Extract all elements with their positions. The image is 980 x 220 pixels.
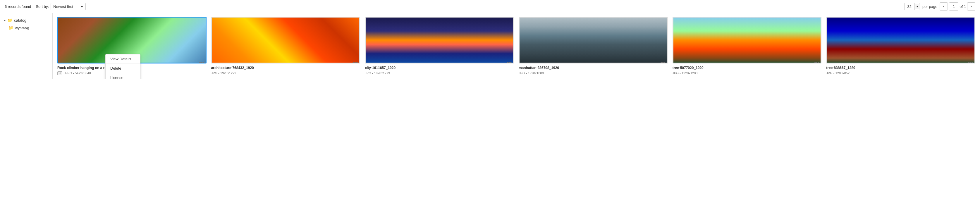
per-page-dropdown-arrow[interactable]: ▾ xyxy=(915,4,920,10)
top-bar-left: 6 records found Sort by: Newest first ▾ xyxy=(5,3,86,10)
context-menu-view-details[interactable]: View Details xyxy=(106,54,140,64)
pagination: ‹ of 1 › xyxy=(940,2,975,11)
per-page-select[interactable]: 32 ▾ xyxy=(904,3,920,10)
item-title-2: city-1611657_1920 xyxy=(365,66,508,70)
image-container-5 xyxy=(826,17,975,64)
image-2 xyxy=(366,18,513,62)
image-container-1 xyxy=(211,17,360,64)
item-title-3: manhattan-336708_1920 xyxy=(519,66,662,70)
wysiwyg-chevron-icon xyxy=(4,26,6,30)
gallery-item-5[interactable]: tree-838667_1280JPG • 1280x852••• xyxy=(826,17,975,75)
wysiwyg-folder-icon: 📁 xyxy=(8,26,13,30)
gallery-item-2[interactable]: city-1611657_1920JPG • 1920x1279••• xyxy=(365,17,514,75)
item-meta-text-0: JPEG • 5472x3648 xyxy=(64,72,91,75)
more-button-5[interactable]: ••• xyxy=(967,59,974,66)
image-3 xyxy=(520,18,667,62)
gallery-item-1[interactable]: architecture-768432_1920JPG • 1920x1279•… xyxy=(211,17,360,75)
more-button-4[interactable]: ••• xyxy=(813,59,821,66)
next-page-button[interactable]: › xyxy=(967,2,975,11)
sort-by-label: Sort by: xyxy=(36,5,49,9)
sort-chevron-icon: ▾ xyxy=(81,5,83,9)
gallery-area: Rock climber hanging on a rope.StJPEG • … xyxy=(52,13,980,79)
sidebar: ▸ 📁 catalog 📁 wysiwyg xyxy=(0,13,52,79)
page-of-label: of 1 xyxy=(959,5,966,9)
item-meta-3: JPG • 1920x1080 xyxy=(519,72,662,75)
image-container-2 xyxy=(365,17,514,64)
more-button-1[interactable]: ••• xyxy=(352,59,359,66)
item-info-4: tree-5077020_1920JPG • 1920x1280 xyxy=(673,66,822,75)
top-bar-right: 32 ▾ per page ‹ of 1 › xyxy=(904,2,975,11)
item-meta-text-1: JPG • 1920x1279 xyxy=(211,72,236,75)
per-page-value: 32 xyxy=(905,3,915,10)
item-title-1: architecture-768432_1920 xyxy=(211,66,355,70)
item-title-5: tree-838667_1280 xyxy=(826,66,969,70)
sidebar-wysiwyg-label: wysiwyg xyxy=(15,26,29,30)
top-bar: 6 records found Sort by: Newest first ▾ … xyxy=(0,0,980,13)
image-container-4 xyxy=(673,17,822,64)
image-container-3 xyxy=(519,17,668,64)
more-button-2[interactable]: ••• xyxy=(506,59,513,66)
gallery-grid: Rock climber hanging on a rope.StJPEG • … xyxy=(57,17,975,75)
item-info-3: manhattan-336708_1920JPG • 1920x1080 xyxy=(519,66,668,75)
item-info-1: architecture-768432_1920JPG • 1920x1279 xyxy=(211,66,360,75)
image-4 xyxy=(673,18,821,62)
item-meta-4: JPG • 1920x1280 xyxy=(673,72,816,75)
stock-badge-0: St xyxy=(57,72,62,75)
main-content: ▸ 📁 catalog 📁 wysiwyg Rock climber hangi… xyxy=(0,13,980,79)
sidebar-item-wysiwyg[interactable]: 📁 wysiwyg xyxy=(2,24,50,31)
item-meta-text-2: JPG • 1920x1279 xyxy=(365,72,390,75)
item-meta-1: JPG • 1920x1279 xyxy=(211,72,355,75)
context-menu-delete[interactable]: Delete xyxy=(106,64,140,73)
context-menu-license[interactable]: License xyxy=(106,73,140,79)
item-meta-2: JPG • 1920x1279 xyxy=(365,72,508,75)
item-info-2: city-1611657_1920JPG • 1920x1279 xyxy=(365,66,514,75)
item-meta-5: JPG • 1280x852 xyxy=(826,72,969,75)
item-meta-text-4: JPG • 1920x1280 xyxy=(673,72,698,75)
catalog-folder-icon: 📁 xyxy=(7,18,12,22)
sort-select[interactable]: Newest first ▾ xyxy=(51,3,86,10)
sort-selected-value: Newest first xyxy=(53,5,73,9)
item-info-5: tree-838667_1280JPG • 1280x852 xyxy=(826,66,975,75)
item-meta-text-5: JPG • 1280x852 xyxy=(826,72,850,75)
page-number-input[interactable] xyxy=(949,2,958,11)
sort-by-container: Sort by: Newest first ▾ xyxy=(36,3,86,10)
per-page-label: per page xyxy=(923,5,937,9)
catalog-chevron-icon: ▸ xyxy=(4,19,6,22)
image-5 xyxy=(827,18,974,62)
more-button-3[interactable]: ••• xyxy=(659,59,667,66)
records-count: 6 records found xyxy=(5,5,31,9)
context-menu: View Details Delete License xyxy=(105,54,140,79)
more-button-0[interactable]: ••• xyxy=(198,59,205,66)
sidebar-item-catalog[interactable]: ▸ 📁 catalog xyxy=(2,17,50,24)
gallery-item-3[interactable]: manhattan-336708_1920JPG • 1920x1080••• xyxy=(519,17,668,75)
image-1 xyxy=(212,18,360,62)
gallery-item-4[interactable]: tree-5077020_1920JPG • 1920x1280••• xyxy=(673,17,822,75)
prev-page-button[interactable]: ‹ xyxy=(940,2,948,11)
item-title-4: tree-5077020_1920 xyxy=(673,66,816,70)
sidebar-catalog-label: catalog xyxy=(14,18,26,22)
item-meta-text-3: JPG • 1920x1080 xyxy=(519,72,544,75)
